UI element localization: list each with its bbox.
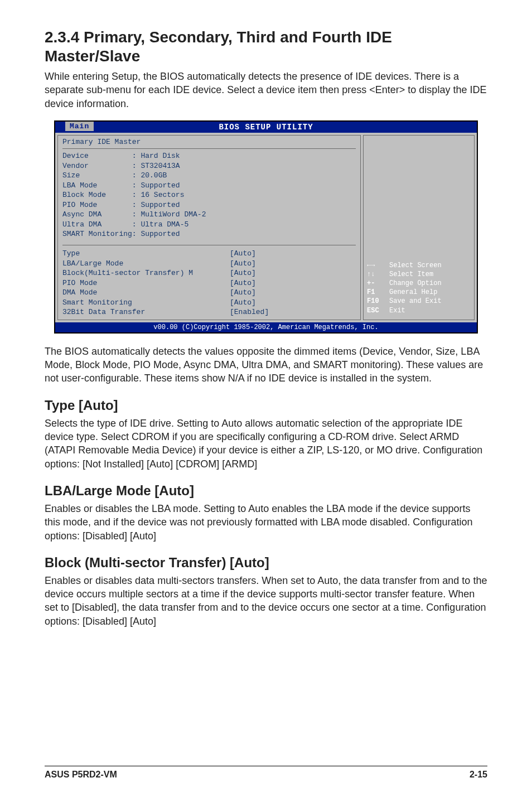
bios-screenshot: Main BIOS SETUP UTILITY Primary IDE Mast…: [54, 120, 478, 334]
after-bios-paragraph: The BIOS automatically detects the value…: [45, 345, 487, 385]
bios-title-text: BIOS SETUP UTILITY: [219, 123, 313, 132]
bios-setting-row: Block(Multi-sector Transfer) M [Auto]: [62, 268, 356, 278]
bios-info-row: Device : Hard Disk: [62, 151, 356, 161]
setting-value: [Auto]: [230, 278, 256, 288]
bios-tab-main: Main: [65, 122, 94, 131]
help-key: F10: [367, 297, 389, 306]
setting-label: DMA Mode: [62, 288, 230, 298]
help-desc: Save and Exit: [389, 297, 442, 306]
bios-titlebar: Main BIOS SETUP UTILITY: [55, 122, 477, 133]
setting-label: Type: [62, 249, 230, 259]
bios-info-row: LBA Mode : Supported: [62, 181, 356, 191]
help-key: ←→: [367, 261, 389, 270]
help-key: F1: [367, 288, 389, 297]
setting-value: [Auto]: [230, 268, 256, 278]
bios-info-row: Block Mode : 16 Sectors: [62, 190, 356, 200]
bios-setting-row: Type [Auto]: [62, 249, 356, 259]
help-desc: Exit: [389, 306, 405, 315]
bios-panel-title: Primary IDE Master: [62, 138, 356, 149]
setting-label: Block(Multi-sector Transfer) M: [62, 268, 230, 278]
setting-value: [Enabled]: [230, 307, 269, 317]
help-desc: Select Item: [389, 270, 433, 279]
bios-info-row: Vendor : ST320413A: [62, 161, 356, 171]
footer-left: ASUS P5RD2-VM: [45, 770, 117, 780]
bios-help-block: ←→Select Screen ↑↓Select Item +-Change O…: [367, 261, 471, 315]
setting-value: [Auto]: [230, 259, 256, 269]
block-heading: Block (Multi-sector Transfer) [Auto]: [45, 555, 487, 571]
help-key: +-: [367, 279, 389, 288]
bios-info-row: Size : 20.0GB: [62, 171, 356, 181]
bios-setting-row: Smart Monitoring [Auto]: [62, 298, 356, 308]
help-desc: Change Option: [389, 279, 442, 288]
setting-value: [Auto]: [230, 298, 256, 308]
bios-setting-row: 32Bit Data Transfer [Enabled]: [62, 307, 356, 317]
bios-setting-row: PIO Mode [Auto]: [62, 278, 356, 288]
bios-footer: v00.00 (C)Copyright 1985-2002, American …: [55, 322, 477, 332]
setting-value: [Auto]: [230, 249, 256, 259]
bios-info-row: PIO Mode : Supported: [62, 200, 356, 210]
bios-info-row: SMART Monitoring: Supported: [62, 229, 356, 239]
help-desc: General Help: [389, 288, 437, 297]
section-heading: 2.3.4 Primary, Secondary, Third and Four…: [45, 28, 487, 65]
bios-setting-row: LBA/Large Mode [Auto]: [62, 259, 356, 269]
type-paragraph: Selects the type of IDE drive. Setting t…: [45, 417, 487, 471]
bios-info-row: Async DMA : MultiWord DMA-2: [62, 210, 356, 220]
help-key: ESC: [367, 306, 389, 315]
bios-left-panel: Primary IDE Master Device : Hard Disk Ve…: [57, 135, 361, 320]
bios-setting-row: DMA Mode [Auto]: [62, 288, 356, 298]
type-heading: Type [Auto]: [45, 398, 487, 413]
setting-label: Smart Monitoring: [62, 298, 230, 308]
help-desc: Select Screen: [389, 261, 442, 270]
setting-label: 32Bit Data Transfer: [62, 307, 230, 317]
setting-value: [Auto]: [230, 288, 256, 298]
page-footer: ASUS P5RD2-VM 2-15: [45, 766, 487, 780]
bios-info-row: Ultra DMA : Ultra DMA-5: [62, 220, 356, 230]
lba-paragraph: Enables or disables the LBA mode. Settin…: [45, 502, 487, 543]
setting-label: PIO Mode: [62, 278, 230, 288]
setting-label: LBA/Large Mode: [62, 259, 230, 269]
lba-heading: LBA/Large Mode [Auto]: [45, 483, 487, 499]
footer-right: 2-15: [470, 770, 487, 780]
bios-settings-block: Type [Auto] LBA/Large Mode [Auto] Block(…: [62, 245, 356, 317]
bios-right-panel: ←→Select Screen ↑↓Select Item +-Change O…: [363, 135, 475, 320]
intro-paragraph: While entering Setup, the BIOS automatic…: [45, 70, 487, 110]
block-paragraph: Enables or disables data multi-sectors t…: [45, 574, 487, 628]
help-key: ↑↓: [367, 270, 389, 279]
